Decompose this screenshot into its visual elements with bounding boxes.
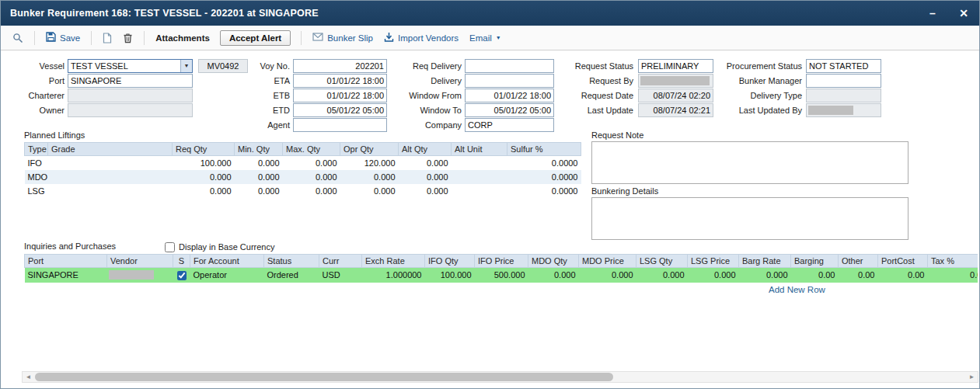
cell[interactable]: 0.000 xyxy=(173,184,235,198)
cell[interactable]: 0.0000 xyxy=(507,184,581,198)
minimize-button[interactable]: – xyxy=(917,7,948,19)
cell-status[interactable]: Ordered xyxy=(264,268,319,283)
cell[interactable]: 0.000 xyxy=(340,170,399,184)
req-delivery-field[interactable] xyxy=(465,59,554,73)
inquiry-row[interactable]: SINGAPORE Operator Ordered USD 1.000000 … xyxy=(25,268,978,283)
agent-label: Agent xyxy=(234,118,290,132)
cell[interactable] xyxy=(452,184,507,198)
cell[interactable]: 0.000 xyxy=(283,170,340,184)
trash-icon xyxy=(123,33,133,43)
accept-alert-button[interactable]: Accept Alert xyxy=(220,30,291,46)
cell[interactable]: 0.000 xyxy=(283,156,340,170)
eta-field[interactable]: 01/01/22 18:00 xyxy=(293,74,387,88)
cell[interactable]: 0.000 xyxy=(399,170,452,184)
search-button[interactable] xyxy=(7,30,29,46)
cell-mdo-price[interactable]: 0.000 xyxy=(579,268,636,283)
vendor-redacted xyxy=(109,270,154,280)
cell[interactable]: 0.0000 xyxy=(507,170,581,184)
vessel-select[interactable]: TEST VESSEL ▼ xyxy=(68,59,193,73)
port-field[interactable]: SINGAPORE xyxy=(68,74,193,88)
cell-portcost[interactable]: 0.00 xyxy=(878,268,928,283)
voy-no-field[interactable]: 202201 xyxy=(293,59,387,73)
request-date-label: Request Date xyxy=(556,89,633,102)
scrollbar-thumb[interactable] xyxy=(35,373,613,381)
close-button[interactable]: ✕ xyxy=(948,7,979,19)
cell-barg-rate[interactable]: 0.000 xyxy=(739,268,791,283)
cell-curr[interactable]: USD xyxy=(319,268,362,283)
cell[interactable]: 0.000 xyxy=(340,184,399,198)
cell[interactable]: IFO xyxy=(25,156,48,170)
title-bar: Bunker Requirement 168: TEST VESSEL - 20… xyxy=(1,1,979,26)
cell[interactable]: 120.000 xyxy=(340,156,399,170)
cell-lsg-qty[interactable]: 0.000 xyxy=(636,268,688,283)
base-currency-checkbox[interactable] xyxy=(165,242,175,252)
cell[interactable] xyxy=(452,156,507,170)
cell-lsg-price[interactable]: 0.000 xyxy=(688,268,739,283)
company-field[interactable]: CORP xyxy=(465,118,554,132)
cell-vendor[interactable] xyxy=(107,268,173,283)
toolbar: Save Attachments Accept Alert Bunker Sli… xyxy=(1,26,979,50)
cell[interactable]: MDO xyxy=(25,170,48,184)
col-tax: Tax % xyxy=(928,255,978,268)
attachments-button[interactable]: Attachments xyxy=(150,31,215,45)
new-document-button[interactable] xyxy=(97,30,117,46)
cell-other[interactable]: 0.00 xyxy=(839,268,878,283)
chevron-down-icon: ▼ xyxy=(496,35,501,40)
col-mdo-price: MDO Price xyxy=(579,255,636,268)
bunker-slip-label: Bunker Slip xyxy=(327,33,373,43)
request-note-textarea[interactable] xyxy=(591,141,909,184)
cell-tax[interactable]: 0.00 xyxy=(928,268,978,283)
cell[interactable] xyxy=(48,156,173,170)
window-title: Bunker Requirement 168: TEST VESSEL - 20… xyxy=(1,8,917,19)
cell-selected[interactable] xyxy=(173,268,190,283)
cell[interactable]: 0.000 xyxy=(173,170,235,184)
cell[interactable] xyxy=(48,170,173,184)
request-status-field[interactable]: PRELIMINARY xyxy=(638,59,713,73)
col-exch-rate: Exch Rate xyxy=(362,255,425,268)
etd-field[interactable]: 05/01/22 05:00 xyxy=(293,103,387,117)
cell-barging[interactable]: 0.00 xyxy=(791,268,839,283)
save-button[interactable]: Save xyxy=(40,30,85,46)
cell[interactable]: 0.000 xyxy=(399,184,452,198)
import-vendors-button[interactable]: Import Vendors xyxy=(378,30,464,46)
window-to-field[interactable]: 05/01/22 05:00 xyxy=(465,103,554,117)
last-update-label: Last Update xyxy=(556,103,633,117)
add-new-row-link[interactable]: Add New Row xyxy=(769,285,825,294)
agent-field[interactable] xyxy=(293,118,387,132)
col-vendor: Vendor xyxy=(107,255,173,268)
delete-button[interactable] xyxy=(117,30,138,46)
planned-liftings-table: Type Grade Req Qty Min. Qty Max. Qty Opr… xyxy=(24,142,581,198)
cell[interactable]: 0.000 xyxy=(399,156,452,170)
cell[interactable]: 0.000 xyxy=(235,156,283,170)
cell[interactable]: 0.000 xyxy=(235,170,283,184)
row-selected-checkbox[interactable] xyxy=(177,271,187,280)
cell-port[interactable]: SINGAPORE xyxy=(25,268,107,283)
col-max-qty: Max. Qty xyxy=(283,143,340,156)
col-req-qty: Req Qty xyxy=(173,143,235,156)
cell-exch-rate[interactable]: 1.000000 xyxy=(362,268,425,283)
etb-field[interactable]: 01/01/22 18:00 xyxy=(293,89,387,102)
cell[interactable]: 0.0000 xyxy=(507,156,581,170)
cell-mdo-qty[interactable]: 0.000 xyxy=(528,268,579,283)
procurement-status-field[interactable]: NOT STARTED xyxy=(806,59,881,73)
cell[interactable]: LSG xyxy=(25,184,48,198)
bunkering-details-textarea[interactable] xyxy=(591,197,909,240)
delivery-field[interactable] xyxy=(465,74,554,88)
cell[interactable] xyxy=(452,170,507,184)
bunker-manager-field[interactable] xyxy=(806,74,881,88)
chevron-down-icon[interactable]: ▼ xyxy=(180,60,192,72)
horizontal-scrollbar[interactable]: ◄ ► xyxy=(22,371,978,383)
email-button[interactable]: Email ▼ xyxy=(464,31,507,45)
cell-ifo-price[interactable]: 500.000 xyxy=(475,268,528,283)
cell[interactable] xyxy=(48,184,173,198)
col-curr: Curr xyxy=(319,255,362,268)
cell[interactable]: 0.000 xyxy=(235,184,283,198)
cell[interactable]: 100.000 xyxy=(173,156,235,170)
cell-ifo-qty[interactable]: 100.000 xyxy=(425,268,475,283)
bunker-slip-button[interactable]: Bunker Slip xyxy=(307,30,378,45)
scroll-right-icon[interactable]: ► xyxy=(966,372,978,382)
window-from-field[interactable]: 01/01/22 18:00 xyxy=(465,89,554,102)
scroll-left-icon[interactable]: ◄ xyxy=(23,372,34,382)
cell[interactable]: 0.000 xyxy=(283,184,340,198)
cell-for-account[interactable]: Operator xyxy=(190,268,264,283)
